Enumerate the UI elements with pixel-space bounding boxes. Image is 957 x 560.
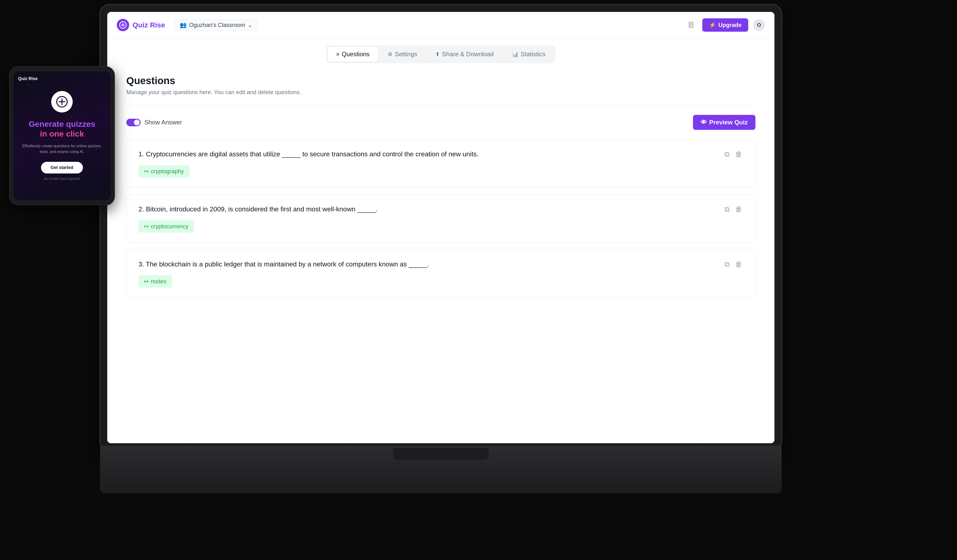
laptop-notch xyxy=(393,448,488,460)
tablet-headline-purple: Generate quizzes xyxy=(28,119,95,128)
question-1-actions: ⧉ 🗑 xyxy=(723,149,743,159)
question-card-3: 3. The blockchain is a public ledger tha… xyxy=(126,249,755,297)
question-card-1: 1. Cryptocurrencies are digital assets t… xyxy=(126,139,755,187)
answer-badge-q1: ↦ cryptography xyxy=(139,165,190,178)
page-title: Questions xyxy=(126,75,755,87)
copy-icon-q1[interactable]: ⧉ xyxy=(723,149,730,159)
tablet-bezel: Quiz Rise Generate quizzes in one click … xyxy=(9,67,114,205)
answer-text-q3: nodes xyxy=(151,278,166,285)
tab-settings[interactable]: ⚙ Settings xyxy=(379,47,426,62)
questions-tab-icon: ≡ xyxy=(336,51,340,57)
question-3-actions: ⧉ 🗑 xyxy=(723,259,743,270)
tabs: ≡ Questions ⚙ Settings ⬆ Share & Downloa… xyxy=(326,45,556,63)
logo-text: Quiz Rise xyxy=(133,21,165,29)
tablet-headline-pink: in one click xyxy=(40,129,84,138)
header-left: Quiz Rise 👥 Oguzhan's Classroom ⌄ xyxy=(117,19,257,31)
avatar-initial: O xyxy=(757,22,761,28)
tablet-screen: Quiz Rise Generate quizzes in one click … xyxy=(13,71,111,200)
tablet-app-name: Quiz Rise xyxy=(18,76,38,81)
delete-icon-q3[interactable]: 🗑 xyxy=(734,259,743,270)
tab-questions-label: Questions xyxy=(342,50,370,58)
show-answer-toggle-group: Show Answer xyxy=(126,119,182,126)
tab-statistics-label: Statistics xyxy=(521,50,545,58)
upgrade-label: Upgrade xyxy=(719,22,742,28)
logo-icon xyxy=(117,19,129,31)
preview-quiz-button[interactable]: 👁 Preview Quiz xyxy=(693,115,755,130)
classroom-icon: 👥 xyxy=(180,22,187,28)
copy-icon-q3[interactable]: ⧉ xyxy=(723,259,730,270)
question-2-text: 2. Bitcoin, introduced in 2009, is consi… xyxy=(139,204,714,214)
tab-share-label: Share & Download xyxy=(442,50,494,58)
share-tab-icon: ⬆ xyxy=(435,51,440,57)
page-subtitle: Manage your quiz questions here. You can… xyxy=(126,89,755,96)
laptop-device: Quiz Rise 👥 Oguzhan's Classroom ⌄ xyxy=(100,5,782,493)
answer-badge-q3: ↦ nodes xyxy=(139,275,172,288)
dropdown-chevron-icon: ⌄ xyxy=(248,22,253,28)
settings-tab-icon: ⚙ xyxy=(388,51,392,57)
document-icon-button[interactable] xyxy=(685,19,698,31)
preview-icon: 👁 xyxy=(701,119,707,126)
question-card-2: 2. Bitcoin, introduced in 2009, is consi… xyxy=(126,194,755,242)
answer-text-q2: cryptocurrency xyxy=(151,223,188,230)
answer-arrow-icon-q3: ↦ xyxy=(144,278,148,284)
header-right: ⚡ Upgrade O xyxy=(685,18,765,32)
tablet-device: Quiz Rise Generate quizzes in one click … xyxy=(9,67,114,205)
tablet-headline: Generate quizzes in one click xyxy=(28,119,95,139)
tablet-subtitle: Effortlessly create questions for online… xyxy=(21,143,103,155)
show-answer-toggle[interactable] xyxy=(126,119,141,126)
tab-share[interactable]: ⬆ Share & Download xyxy=(427,47,502,62)
answer-text-q1: cryptography xyxy=(151,168,184,175)
laptop-base xyxy=(100,446,782,493)
delete-icon-q1[interactable]: 🗑 xyxy=(734,149,743,159)
tab-statistics[interactable]: 📊 Statistics xyxy=(503,47,554,62)
controls-bar: Show Answer 👁 Preview Quiz xyxy=(126,115,755,130)
tabs-container: ≡ Questions ⚙ Settings ⬆ Share & Downloa… xyxy=(107,38,774,63)
answer-arrow-icon-q2: ↦ xyxy=(144,223,148,229)
tablet-no-credit-card: No Credit Card required! xyxy=(44,177,80,181)
laptop-bezel: Quiz Rise 👥 Oguzhan's Classroom ⌄ xyxy=(100,5,782,450)
main-content: Questions Manage your quiz questions her… xyxy=(107,63,774,443)
copy-icon-q2[interactable]: ⧉ xyxy=(723,204,730,215)
question-1-header: 1. Cryptocurrencies are digital assets t… xyxy=(139,149,743,159)
tablet-get-started-button[interactable]: Get started xyxy=(41,162,83,174)
question-2-header: 2. Bitcoin, introduced in 2009, is consi… xyxy=(139,204,743,215)
question-3-header: 3. The blockchain is a public ledger tha… xyxy=(139,259,743,270)
delete-icon-q2[interactable]: 🗑 xyxy=(734,204,743,215)
question-2-actions: ⧉ 🗑 xyxy=(723,204,743,215)
question-1-text: 1. Cryptocurrencies are digital assets t… xyxy=(139,149,714,159)
tab-settings-label: Settings xyxy=(395,50,417,58)
stats-tab-icon: 📊 xyxy=(512,51,518,57)
show-answer-label: Show Answer xyxy=(144,119,182,126)
laptop-screen: Quiz Rise 👥 Oguzhan's Classroom ⌄ xyxy=(107,12,774,443)
classroom-name: Oguzhan's Classroom xyxy=(189,22,245,28)
toggle-thumb xyxy=(134,120,140,125)
app-container: Quiz Rise 👥 Oguzhan's Classroom ⌄ xyxy=(107,12,774,443)
tablet-logo-icon xyxy=(51,91,73,112)
logo: Quiz Rise xyxy=(117,19,165,31)
tablet-cta-label: Get started xyxy=(51,165,73,170)
upgrade-icon: ⚡ xyxy=(709,22,716,28)
classroom-badge[interactable]: 👥 Oguzhan's Classroom ⌄ xyxy=(175,19,257,31)
question-3-text: 3. The blockchain is a public ledger tha… xyxy=(139,259,714,269)
preview-quiz-label: Preview Quiz xyxy=(709,119,748,126)
upgrade-button[interactable]: ⚡ Upgrade xyxy=(702,18,748,32)
tab-questions[interactable]: ≡ Questions xyxy=(328,47,378,62)
avatar-button[interactable]: O xyxy=(753,19,765,31)
answer-arrow-icon-q1: ↦ xyxy=(144,168,148,174)
answer-badge-q2: ↦ cryptocurrency xyxy=(139,220,194,233)
header: Quiz Rise 👥 Oguzhan's Classroom ⌄ xyxy=(107,12,774,38)
